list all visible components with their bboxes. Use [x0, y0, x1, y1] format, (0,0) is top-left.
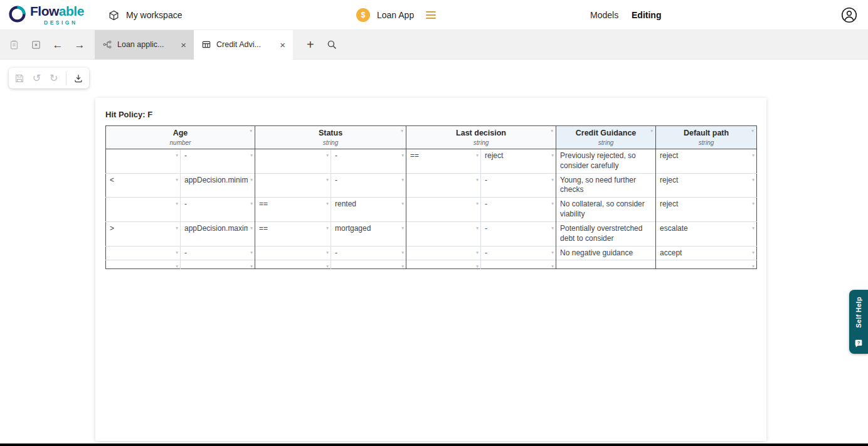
- default-path-cell[interactable]: ▾: [656, 260, 757, 269]
- status-operator-cell[interactable]: ▾: [255, 173, 331, 198]
- cell-dropdown-icon[interactable]: ▾: [551, 226, 554, 231]
- column-header-age[interactable]: ▾Agenumber: [106, 126, 255, 149]
- column-header-default-path[interactable]: ▾Default pathstring: [656, 126, 757, 149]
- default-path-cell[interactable]: ▾reject: [656, 149, 757, 174]
- column-filter-icon[interactable]: ▾: [650, 129, 653, 134]
- nav-models[interactable]: Models: [590, 0, 618, 30]
- cell-dropdown-icon[interactable]: ▾: [752, 226, 754, 231]
- cell-dropdown-icon[interactable]: ▾: [752, 201, 754, 206]
- age-value-cell[interactable]: ▾appDecision.maximum: [181, 221, 255, 246]
- cell-dropdown-icon[interactable]: ▾: [476, 250, 479, 255]
- tab-loan-application[interactable]: Loan applic... ×: [95, 30, 194, 60]
- last-decision-operator-cell[interactable]: ▾: [406, 260, 481, 269]
- default-path-cell[interactable]: ▾escalate: [656, 221, 757, 246]
- cell-dropdown-icon[interactable]: ▾: [551, 250, 554, 255]
- status-operator-cell[interactable]: ▾: [255, 260, 331, 269]
- status-value-cell[interactable]: ▾rented: [331, 198, 406, 222]
- age-value-cell[interactable]: ▾-: [181, 149, 255, 174]
- close-all-icon[interactable]: [29, 38, 42, 51]
- column-filter-icon[interactable]: ▾: [751, 129, 754, 134]
- cell-dropdown-icon[interactable]: ▾: [551, 153, 554, 158]
- cell-dropdown-icon[interactable]: ▾: [476, 201, 479, 206]
- download-icon[interactable]: [73, 73, 83, 84]
- column-filter-icon[interactable]: ▾: [551, 129, 553, 134]
- cell-dropdown-icon[interactable]: ▾: [250, 201, 253, 206]
- new-tab-button[interactable]: +: [307, 38, 314, 51]
- status-value-cell[interactable]: ▾-: [331, 246, 406, 260]
- cell-dropdown-icon[interactable]: ▾: [176, 226, 178, 231]
- cell-dropdown-icon[interactable]: ▾: [551, 264, 554, 269]
- nav-editing[interactable]: Editing: [632, 0, 661, 30]
- status-value-cell[interactable]: ▾-: [331, 149, 406, 174]
- credit-guidance-cell[interactable]: Young, so need further checks: [556, 173, 656, 198]
- credit-guidance-cell[interactable]: [556, 260, 656, 269]
- age-operator-cell[interactable]: ▾: [106, 246, 181, 260]
- cell-dropdown-icon[interactable]: ▾: [476, 153, 479, 158]
- age-operator-cell[interactable]: ▾: [106, 260, 181, 269]
- last-decision-value-cell[interactable]: ▾-: [481, 198, 556, 222]
- cell-dropdown-icon[interactable]: ▾: [752, 153, 754, 158]
- default-path-cell[interactable]: ▾accept: [656, 246, 757, 260]
- default-path-cell[interactable]: ▾reject: [656, 198, 757, 222]
- status-operator-cell[interactable]: ▾==: [255, 221, 331, 246]
- cell-dropdown-icon[interactable]: ▾: [250, 264, 253, 269]
- cell-dropdown-icon[interactable]: ▾: [752, 250, 754, 255]
- column-filter-icon[interactable]: ▾: [250, 129, 252, 134]
- status-operator-cell[interactable]: ▾: [255, 246, 331, 260]
- status-operator-cell[interactable]: ▾==: [255, 198, 331, 222]
- cell-dropdown-icon[interactable]: ▾: [176, 250, 178, 255]
- tab-credit-advice[interactable]: Credit Advi... ×: [194, 30, 293, 60]
- last-decision-operator-cell[interactable]: ▾==: [406, 149, 481, 174]
- last-decision-operator-cell[interactable]: ▾: [406, 221, 481, 246]
- last-decision-value-cell[interactable]: ▾reject: [481, 149, 556, 174]
- cell-dropdown-icon[interactable]: ▾: [326, 250, 329, 255]
- age-value-cell[interactable]: ▾-: [181, 198, 255, 222]
- cell-dropdown-icon[interactable]: ▾: [176, 153, 178, 158]
- last-decision-operator-cell[interactable]: ▾: [406, 173, 481, 198]
- last-decision-value-cell[interactable]: ▾-: [481, 221, 556, 246]
- cell-dropdown-icon[interactable]: ▾: [250, 250, 253, 255]
- app-menu-icon[interactable]: [426, 11, 436, 19]
- age-operator-cell[interactable]: ▾>: [106, 221, 181, 246]
- cell-dropdown-icon[interactable]: ▾: [176, 201, 178, 206]
- tab-close-icon[interactable]: ×: [278, 40, 287, 50]
- cell-dropdown-icon[interactable]: ▾: [401, 201, 404, 206]
- credit-guidance-cell[interactable]: No negative guidance: [556, 246, 656, 260]
- cell-dropdown-icon[interactable]: ▾: [326, 264, 329, 269]
- last-decision-value-cell[interactable]: ▾-: [481, 173, 556, 198]
- age-value-cell[interactable]: ▾appDecision.minimum: [181, 173, 255, 198]
- cell-dropdown-icon[interactable]: ▾: [752, 264, 754, 269]
- age-operator-cell[interactable]: ▾<: [106, 173, 181, 198]
- age-operator-cell[interactable]: ▾: [106, 198, 181, 222]
- last-decision-value-cell[interactable]: ▾-: [481, 246, 556, 260]
- column-header-credit-guidance[interactable]: ▾Credit Guidancestring: [556, 126, 656, 149]
- age-value-cell[interactable]: ▾: [181, 260, 255, 269]
- last-decision-operator-cell[interactable]: ▾: [406, 198, 481, 222]
- status-value-cell[interactable]: ▾mortgaged: [331, 221, 406, 246]
- save-icon[interactable]: [14, 73, 24, 84]
- forward-arrow-icon[interactable]: →: [73, 38, 86, 51]
- cell-dropdown-icon[interactable]: ▾: [326, 226, 329, 231]
- column-header-last-decision[interactable]: ▾Last decisionstring: [406, 126, 556, 149]
- search-icon[interactable]: [326, 38, 338, 51]
- cell-dropdown-icon[interactable]: ▾: [401, 153, 404, 158]
- tab-close-icon[interactable]: ×: [179, 40, 188, 50]
- cell-dropdown-icon[interactable]: ▾: [176, 178, 178, 183]
- undo-icon[interactable]: ↺: [31, 73, 41, 84]
- user-avatar[interactable]: [841, 7, 857, 23]
- status-value-cell[interactable]: ▾: [331, 260, 406, 269]
- cell-dropdown-icon[interactable]: ▾: [326, 201, 329, 206]
- cell-dropdown-icon[interactable]: ▾: [476, 226, 479, 231]
- cell-dropdown-icon[interactable]: ▾: [476, 264, 479, 269]
- default-path-cell[interactable]: ▾reject: [656, 173, 757, 198]
- last-decision-value-cell[interactable]: ▾: [481, 260, 556, 269]
- cell-dropdown-icon[interactable]: ▾: [752, 178, 754, 183]
- column-filter-icon[interactable]: ▾: [401, 129, 403, 134]
- cell-dropdown-icon[interactable]: ▾: [401, 226, 404, 231]
- redo-icon[interactable]: ↻: [49, 73, 59, 84]
- status-operator-cell[interactable]: ▾: [255, 149, 331, 174]
- credit-guidance-cell[interactable]: No collateral, so consider viability: [556, 198, 656, 222]
- age-operator-cell[interactable]: ▾: [106, 149, 181, 174]
- credit-guidance-cell[interactable]: Previously rejected, so consider careful…: [556, 149, 656, 174]
- back-arrow-icon[interactable]: ←: [51, 38, 64, 51]
